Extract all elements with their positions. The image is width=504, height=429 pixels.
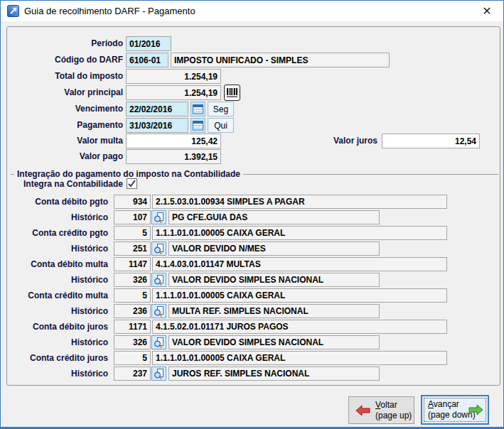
avancar-mnemonic: A	[428, 399, 434, 409]
row-number-field[interactable]: 5	[114, 226, 151, 240]
magnifier-icon	[154, 212, 164, 223]
account-row: Conta crédito juros51.1.1.01.01.00005 CA…	[1, 351, 504, 365]
title-bar[interactable]: Guia de recolhimento DARF - Pagamento ✕	[1, 1, 503, 21]
valor-multa-label: Valor multa	[1, 134, 123, 148]
account-row: Conta débito pgto9342.1.5.03.01.00934 SI…	[1, 195, 504, 209]
historico-row: Histórico107PG CFE.GUIA DAS	[1, 210, 504, 224]
pagamento-field[interactable]: 31/03/2016	[126, 118, 188, 133]
window-title: Guia de recolhimento DARF - Pagamento	[24, 1, 195, 21]
lookup-button[interactable]	[151, 366, 166, 381]
historico-row: Histórico326VALOR DEVIDO SIMPLES NACIONA…	[1, 335, 504, 349]
row-desc-field[interactable]: JUROS REF. SIMPLES NACIONAL	[168, 366, 380, 381]
checkmark-icon	[127, 179, 136, 188]
magnifier-icon	[154, 306, 164, 317]
row-desc-field[interactable]: 4.1.4.03.01.01147 MULTAS	[152, 257, 447, 271]
calendar-icon	[193, 120, 203, 131]
valor-pago-field[interactable]: 1.392,15	[126, 149, 221, 164]
pagamento-weekday-badge: Qui	[208, 118, 234, 133]
row-desc-field[interactable]: 2.1.5.03.01.00934 SIMPLES A PAGAR	[152, 195, 447, 209]
row-label: Conta crédito multa	[1, 288, 108, 303]
row-desc-field[interactable]: PG CFE.GUIA DAS	[168, 210, 380, 224]
voltar-button-label: Voltar (page up)	[375, 400, 412, 421]
account-row: Conta débito multa11474.1.4.03.01.01147 …	[1, 257, 504, 271]
row-desc-field[interactable]: 4.1.5.02.01.01171 JUROS PAGOS	[152, 320, 447, 334]
valor-pago-label: Valor pago	[1, 149, 123, 164]
magnifier-icon	[154, 275, 164, 286]
lookup-button[interactable]	[151, 335, 166, 349]
valor-juros-field[interactable]: 12,54	[382, 134, 480, 148]
voltar-button[interactable]: Voltar (page up)	[348, 396, 414, 424]
periodo-label: Período	[1, 36, 123, 51]
valor-multa-field[interactable]: 125,42	[126, 134, 221, 148]
darf-payment-dialog: Guia de recolhimento DARF - Pagamento ✕ …	[0, 0, 504, 429]
valor-principal-field[interactable]: 1.254,19	[126, 85, 221, 100]
row-number-field[interactable]: 934	[114, 195, 151, 209]
vencimento-label: Vencimento	[1, 102, 123, 116]
row-desc-field[interactable]: VALOR DEVIDO N/MES	[168, 241, 380, 256]
valor-juros-label: Valor juros	[235, 134, 377, 148]
row-label: Histórico	[1, 241, 108, 256]
integra-contabilidade-label: Integra na Contabilidade	[1, 177, 123, 192]
valor-principal-label: Valor principal	[1, 85, 123, 100]
codigo-darf-desc-field[interactable]: IMPOSTO UNIFICADO - SIMPLES	[171, 53, 390, 67]
barcode-icon	[226, 87, 238, 98]
row-desc-field[interactable]: 1.1.1.01.01.00005 CAIXA GERAL	[152, 226, 447, 240]
historico-row: Histórico326VALOR DEVIDO SIMPLES NACIONA…	[1, 273, 504, 287]
account-row: Conta crédito pgto51.1.1.01.01.00005 CAI…	[1, 226, 504, 240]
codigo-darf-code-field[interactable]: 6106-01	[126, 53, 168, 67]
row-number-field[interactable]: 5	[114, 288, 151, 303]
row-number-field[interactable]: 1171	[114, 320, 151, 334]
integration-rows: Conta débito pgto9342.1.5.03.01.00934 SI…	[1, 195, 504, 382]
magnifier-icon	[154, 244, 164, 254]
row-label: Histórico	[1, 210, 108, 224]
vencimento-field[interactable]: 22/02/2016	[126, 102, 188, 116]
account-row: Conta débito juros11714.1.5.02.01.01171 …	[1, 320, 504, 334]
voltar-rest: oltar	[380, 400, 397, 410]
voltar-sub: (page up)	[375, 411, 412, 420]
vencimento-calendar-button[interactable]	[191, 102, 205, 116]
row-number-field[interactable]: 326	[114, 273, 151, 287]
historico-row: Histórico236MULTA REF. SIMPLES NACIONAL	[1, 304, 504, 318]
lookup-button[interactable]	[151, 273, 166, 287]
magnifier-icon	[154, 337, 164, 348]
row-label: Conta crédito pgto	[1, 226, 108, 240]
row-number-field[interactable]: 1147	[114, 257, 151, 271]
row-label: Conta débito juros	[1, 320, 108, 334]
avancar-button[interactable]: Avançar (page down)	[421, 395, 489, 425]
historico-row: Histórico251VALOR DEVIDO N/MES	[1, 241, 504, 256]
row-desc-field[interactable]: VALOR DEVIDO SIMPLES NACIONAL	[168, 273, 380, 287]
pagamento-calendar-button[interactable]	[191, 118, 205, 133]
row-number-field[interactable]: 107	[114, 210, 151, 224]
historico-row: Histórico237JUROS REF. SIMPLES NACIONAL	[1, 366, 504, 381]
back-arrow-icon	[355, 405, 370, 416]
lookup-button[interactable]	[151, 241, 166, 256]
calendar-icon	[193, 104, 203, 114]
row-number-field[interactable]: 251	[114, 241, 151, 256]
forward-arrow-icon	[468, 404, 483, 416]
total-imposto-field[interactable]: 1.254,19	[126, 69, 221, 84]
lookup-button[interactable]	[151, 210, 166, 224]
row-desc-field[interactable]: 1.1.1.01.01.00005 CAIXA GERAL	[152, 288, 447, 303]
row-desc-field[interactable]: MULTA REF. SIMPLES NACIONAL	[168, 304, 380, 318]
row-number-field[interactable]: 236	[114, 304, 151, 318]
app-icon	[7, 5, 19, 17]
periodo-field[interactable]: 01/2016	[126, 36, 171, 51]
codigo-darf-label: Código do DARF	[1, 53, 123, 67]
row-number-field[interactable]: 237	[114, 366, 151, 381]
row-number-field[interactable]: 5	[114, 351, 151, 365]
account-row: Conta crédito multa51.1.1.01.01.00005 CA…	[1, 288, 504, 303]
row-desc-field[interactable]: VALOR DEVIDO SIMPLES NACIONAL	[168, 335, 380, 349]
row-label: Histórico	[1, 366, 108, 381]
magnifier-icon	[154, 369, 164, 379]
close-icon[interactable]: ✕	[476, 2, 498, 20]
lookup-button[interactable]	[151, 304, 166, 318]
row-label: Histórico	[1, 304, 108, 318]
row-number-field[interactable]: 326	[114, 335, 151, 349]
vencimento-weekday-badge: Seg	[208, 102, 234, 116]
row-label: Histórico	[1, 335, 108, 349]
row-desc-field[interactable]: 1.1.1.01.01.00005 CAIXA GERAL	[152, 351, 447, 365]
total-imposto-label: Total do imposto	[1, 69, 123, 84]
row-label: Conta crédito juros	[1, 351, 108, 365]
integra-contabilidade-checkbox[interactable]	[127, 178, 137, 189]
barcode-button[interactable]	[224, 85, 240, 101]
